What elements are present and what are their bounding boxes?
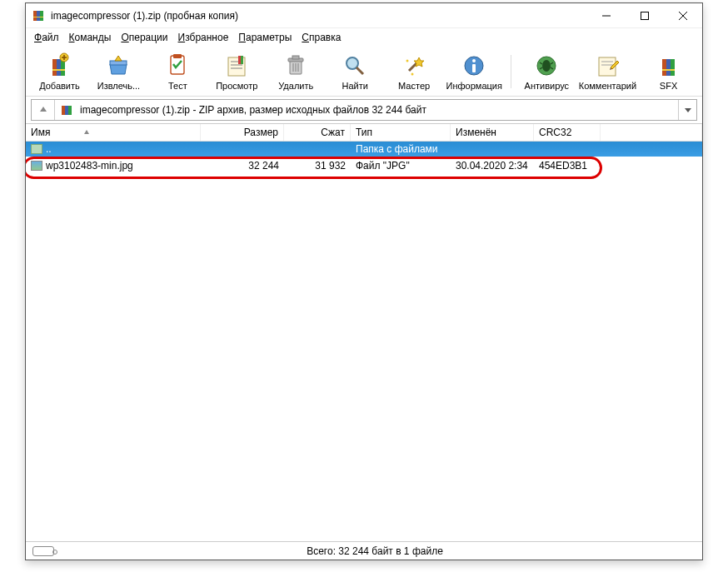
antivirus-button[interactable]: Антивирус [520,52,574,91]
extract-label: Извлечь... [97,81,140,91]
menu-help[interactable]: Справка [297,30,346,45]
header-type[interactable]: Тип [351,124,451,141]
svg-rect-53 [68,106,72,115]
statusbar: Всего: 32 244 байт в 1 файле [26,541,702,560]
sfx-icon [656,52,682,79]
comment-label: Комментарий [579,81,636,91]
test-label: Тест [168,81,187,91]
svg-rect-48 [666,59,671,76]
header-size[interactable]: Размер [201,124,284,141]
svg-rect-0 [33,11,37,21]
find-label: Найти [342,81,367,91]
column-headers: Имя Размер Сжат Тип Изменён CRC32 [26,123,702,142]
file-type: Файл "JPG" [351,160,451,172]
delete-label: Удалить [278,81,313,91]
app-icon [32,9,46,22]
menu-commands[interactable]: Команды [64,30,117,45]
close-button[interactable] [664,3,702,28]
info-label: Информация [446,81,502,91]
antivirus-icon [533,52,560,79]
status-total: Всего: 32 244 байт в 1 файле [307,545,443,557]
svg-rect-9 [57,59,61,76]
menu-favorites[interactable]: Избранное [173,30,234,45]
parent-folder-row[interactable]: .. Папка с файлами [26,142,702,157]
extract-icon [105,52,132,79]
svg-rect-15 [110,61,127,65]
svg-point-30 [347,57,358,69]
svg-rect-5 [641,12,649,19]
svg-point-34 [411,72,414,75]
menu-options[interactable]: Параметры [233,30,297,45]
info-button[interactable]: Информация [446,52,502,91]
minimize-button[interactable] [587,3,626,28]
svg-point-36 [472,59,476,62]
svg-rect-51 [62,106,65,115]
delete-button[interactable]: Удалить [269,52,323,91]
image-file-icon [31,161,42,171]
svg-rect-8 [52,59,57,76]
header-modified[interactable]: Изменён [451,124,534,141]
wizard-icon [401,52,427,79]
view-icon [223,52,250,79]
window-controls [587,3,702,28]
info-icon [461,52,487,79]
file-packed: 31 932 [284,160,351,172]
sfx-label: SFX [660,81,677,91]
file-modified: 30.04.2020 2:34 [451,160,534,172]
add-icon [46,52,72,79]
svg-rect-52 [65,106,68,115]
svg-rect-17 [173,54,182,58]
svg-rect-47 [662,59,666,76]
titlebar: imagecompressor (1).zip (пробная копия) [26,3,702,28]
test-icon [164,52,191,79]
svg-rect-23 [241,56,243,64]
test-button[interactable]: Тест [151,52,205,91]
disk-icon [32,546,54,556]
antivirus-label: Антивирус [525,81,569,91]
add-label: Добавить [39,81,80,91]
svg-rect-3 [33,17,43,17]
maximize-button[interactable] [626,3,664,28]
menu-operations[interactable]: Операции [116,30,172,45]
delete-icon [282,52,309,79]
svg-point-39 [542,60,551,72]
address-dropdown[interactable] [678,100,696,120]
view-button[interactable]: Просмотр [210,52,264,91]
comment-button[interactable]: Комментарий [579,52,636,91]
svg-point-33 [406,59,409,62]
address-text[interactable]: imagecompressor (1).zip - ZIP архив, раз… [78,104,678,116]
file-crc: 454ED3B1 [534,160,601,172]
svg-rect-37 [472,64,476,72]
find-icon [342,52,368,79]
svg-rect-50 [662,69,675,71]
add-button[interactable]: Добавить [32,52,87,91]
wizard-label: Мастер [398,81,430,91]
folder-icon [31,144,42,154]
menubar: Файл Команды Операции Избранное Параметр… [26,28,702,47]
svg-rect-26 [292,56,299,59]
svg-line-31 [357,67,363,74]
view-label: Просмотр [216,81,257,91]
file-list[interactable]: .. Папка с файлами wp3102483-min.jpg 32 … [26,142,702,541]
window-title: imagecompressor (1).zip (пробная копия) [51,10,587,22]
menu-file[interactable]: Файл [29,30,64,45]
find-button[interactable]: Найти [328,52,382,91]
file-row[interactable]: wp3102483-min.jpg 32 244 31 932 Файл "JP… [26,157,702,175]
address-bar: imagecompressor (1).zip - ZIP архив, раз… [31,99,697,121]
svg-rect-11 [52,69,65,71]
header-packed[interactable]: Сжат [284,124,351,141]
extract-button[interactable]: Извлечь... [92,52,146,91]
header-name[interactable]: Имя [26,124,201,141]
header-crc[interactable]: CRC32 [534,124,601,141]
svg-rect-49 [671,59,675,76]
svg-rect-1 [37,11,40,21]
file-size: 32 244 [201,160,284,172]
up-button[interactable] [32,100,55,120]
comment-icon [594,52,621,79]
toolbar-separator [511,55,511,88]
archive-icon [60,103,73,117]
wizard-button[interactable]: Мастер [387,52,441,91]
svg-rect-2 [40,11,43,21]
sfx-button[interactable]: SFX [641,52,696,91]
app-window: imagecompressor (1).zip (пробная копия) … [25,2,703,560]
